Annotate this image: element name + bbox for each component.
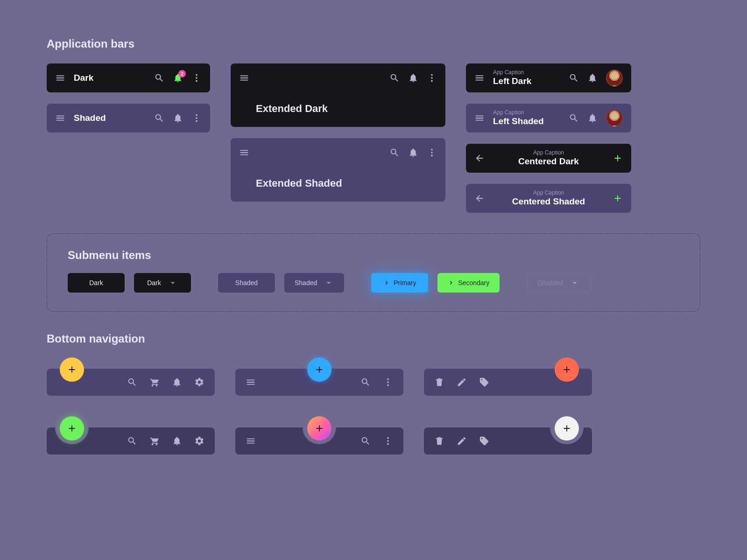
bottomnav-green-left-notch [47, 417, 215, 455]
fab-add[interactable] [60, 416, 84, 441]
fab-add[interactable] [307, 416, 331, 441]
menu-icon[interactable] [246, 377, 256, 387]
more-icon[interactable] [427, 147, 437, 158]
bottomnav-yellow-left [47, 358, 215, 396]
appbar-extended-dark: Extended Dark [231, 63, 445, 127]
cart-icon[interactable] [149, 377, 160, 387]
chevron-right-icon [383, 280, 390, 286]
section-appbars: Application bars Dark 2 Shaded [47, 37, 700, 213]
appbar-title: Centered Dark [493, 156, 604, 167]
bell-icon[interactable] [172, 436, 182, 446]
fab-add[interactable] [555, 416, 579, 441]
tag-icon[interactable] [479, 377, 489, 387]
search-icon[interactable] [569, 113, 579, 123]
more-icon[interactable] [383, 436, 393, 446]
bell-icon[interactable] [408, 73, 418, 83]
submenu-panel: Submenu items Dark Dark Shaded Shaded Pr… [47, 233, 700, 312]
section-title-bottomnav: Bottom navigation [47, 332, 700, 345]
menu-icon[interactable] [474, 73, 485, 83]
bell-icon[interactable] [408, 147, 418, 158]
more-icon[interactable] [383, 377, 393, 387]
chip-label: Primary [394, 279, 416, 287]
avatar[interactable] [606, 110, 623, 126]
section-title-submenu: Submenu items [68, 249, 679, 262]
trash-icon[interactable] [434, 377, 444, 387]
search-icon[interactable] [127, 377, 137, 387]
search-icon[interactable] [360, 377, 371, 387]
menu-icon[interactable] [239, 147, 249, 158]
plus-icon[interactable] [613, 193, 623, 203]
chip-label: Secondary [458, 279, 489, 287]
notification-badge: 2 [178, 70, 186, 77]
menu-icon[interactable] [239, 73, 249, 83]
search-icon[interactable] [154, 73, 164, 83]
bottomnav-coral-right [424, 358, 592, 396]
search-icon[interactable] [389, 73, 400, 83]
appbar-shaded: Shaded [47, 104, 210, 133]
chip-label: Disabled [537, 279, 563, 287]
more-icon[interactable] [191, 73, 202, 83]
more-icon[interactable] [191, 113, 202, 123]
trash-icon[interactable] [434, 436, 444, 446]
appbar-title: Centered Shaded [493, 196, 604, 207]
appbar-title: Shaded [74, 113, 146, 124]
menu-icon[interactable] [55, 73, 65, 83]
fab-add[interactable] [555, 357, 579, 382]
plus-icon[interactable] [613, 153, 623, 163]
tag-icon[interactable] [479, 436, 489, 446]
appbar-centered-shaded: App Caption Centered Shaded [466, 184, 631, 213]
appbar-caption: App Caption [493, 150, 604, 155]
appbar-title: Left Shaded [493, 116, 560, 127]
pencil-icon[interactable] [457, 436, 467, 446]
pencil-icon[interactable] [457, 377, 467, 387]
more-icon[interactable] [427, 73, 437, 83]
chip-label: Dark [89, 279, 103, 287]
section-title-appbars: Application bars [47, 37, 700, 50]
menu-icon[interactable] [55, 113, 65, 123]
appbar-title: Extended Dark [239, 103, 437, 115]
appbar-title: Dark [74, 73, 146, 84]
gear-icon[interactable] [194, 377, 204, 387]
cart-icon[interactable] [149, 436, 160, 446]
bottomnav-blue-center [235, 358, 403, 396]
back-icon[interactable] [474, 193, 485, 203]
search-icon[interactable] [360, 436, 371, 446]
appbar-left-dark: App Caption Left Dark [466, 63, 631, 92]
menu-icon[interactable] [246, 436, 256, 446]
bell-icon[interactable] [587, 113, 598, 123]
fab-add[interactable] [60, 357, 84, 382]
search-icon[interactable] [389, 147, 400, 158]
submenu-shaded-dropdown[interactable]: Shaded [284, 273, 344, 293]
appbar-caption: App Caption [493, 190, 604, 196]
submenu-secondary[interactable]: Secondary [437, 273, 500, 293]
chip-label: Shaded [235, 279, 258, 287]
submenu-primary[interactable]: Primary [371, 273, 428, 293]
submenu-shaded[interactable]: Shaded [218, 273, 275, 293]
appbar-left-shaded: App Caption Left Shaded [466, 104, 631, 133]
search-icon[interactable] [127, 436, 137, 446]
chip-label: Shaded [295, 279, 317, 287]
bell-icon[interactable]: 2 [173, 73, 183, 83]
bell-icon[interactable] [587, 73, 598, 83]
chevron-right-icon [448, 280, 454, 286]
avatar[interactable] [606, 70, 623, 86]
chip-label: Dark [147, 279, 161, 287]
appbar-centered-dark: App Caption Centered Dark [466, 144, 631, 173]
bottomnav-white-right-notch [424, 417, 592, 455]
menu-icon[interactable] [474, 113, 485, 123]
search-icon[interactable] [154, 113, 164, 123]
back-icon[interactable] [474, 153, 485, 163]
submenu-disabled: Disabled [527, 273, 590, 293]
appbar-caption: App Caption [493, 110, 560, 115]
search-icon[interactable] [569, 73, 579, 83]
submenu-dark[interactable]: Dark [68, 273, 125, 293]
chevron-down-icon [168, 278, 178, 288]
appbar-dark: Dark 2 [47, 63, 210, 92]
section-bottomnav: Bottom navigation [47, 332, 700, 455]
section-submenu: Submenu items Dark Dark Shaded Shaded Pr… [47, 233, 700, 312]
submenu-dark-dropdown[interactable]: Dark [134, 273, 191, 293]
bell-icon[interactable] [172, 377, 182, 387]
fab-add[interactable] [307, 357, 331, 382]
bell-icon[interactable] [173, 113, 183, 123]
gear-icon[interactable] [194, 436, 204, 446]
